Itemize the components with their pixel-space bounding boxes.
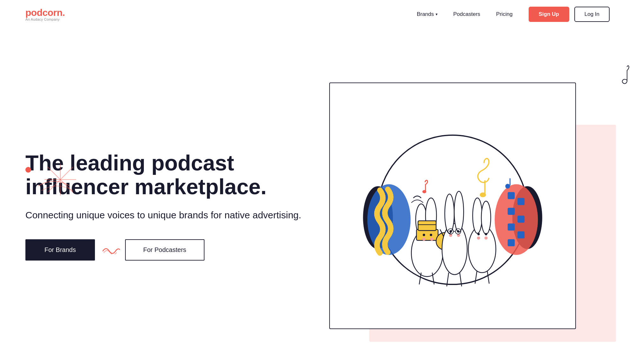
nav-podcasters-link[interactable]: Podcasters <box>453 11 480 17</box>
svg-rect-9 <box>508 192 515 199</box>
nav-brands-link[interactable]: Brands ▾ <box>417 11 438 17</box>
svg-line-56 <box>487 271 489 284</box>
svg-point-33 <box>449 230 451 232</box>
svg-rect-10 <box>518 198 525 205</box>
nav-cta-area: Sign Up Log In <box>529 7 610 22</box>
nav-item-pricing[interactable]: Pricing <box>496 11 513 17</box>
svg-point-23 <box>430 238 433 241</box>
hero-illustration-svg <box>343 96 563 316</box>
hero-left: The leading podcast influencer marketpla… <box>25 151 329 261</box>
svg-point-46 <box>480 192 486 197</box>
squiggle-decoration-icon <box>101 245 119 255</box>
main-nav: podcorn. An Audacy Company Brands ▾ Podc… <box>0 0 635 29</box>
hero-illustration-area <box>343 96 563 316</box>
nav-item-brands[interactable]: Brands ▾ <box>417 11 438 17</box>
svg-point-49 <box>505 184 510 189</box>
svg-rect-19 <box>417 229 438 241</box>
svg-point-42 <box>485 236 488 240</box>
svg-point-8 <box>495 184 538 255</box>
nav-brands-label: Brands <box>417 11 434 17</box>
svg-point-25 <box>430 234 432 236</box>
svg-point-38 <box>468 225 496 273</box>
svg-line-55 <box>475 271 477 284</box>
signup-button[interactable]: Sign Up <box>529 7 569 22</box>
hero-subtext: Connecting unique voices to unique brand… <box>25 208 310 222</box>
svg-rect-12 <box>518 215 525 222</box>
svg-rect-20 <box>418 221 436 231</box>
svg-point-39 <box>473 198 482 233</box>
illustration-box <box>329 83 576 329</box>
svg-rect-11 <box>508 208 515 215</box>
svg-point-44 <box>485 233 487 235</box>
logo[interactable]: podcorn. An Audacy Company <box>25 7 65 21</box>
hero-buttons: For Brands For Podcasters <box>25 239 310 261</box>
svg-point-43 <box>477 233 479 235</box>
svg-point-30 <box>454 191 464 232</box>
svg-rect-15 <box>508 239 515 246</box>
for-brands-button[interactable]: For Brands <box>25 239 95 261</box>
svg-point-40 <box>481 201 491 234</box>
svg-point-41 <box>477 236 480 240</box>
svg-point-24 <box>423 234 425 236</box>
svg-rect-14 <box>518 231 525 238</box>
logo-subtext: An Audacy Company <box>25 17 65 21</box>
brands-chevron-icon: ▾ <box>436 12 438 17</box>
decorative-note-icon <box>616 63 635 90</box>
decorative-lines-icon <box>29 161 92 203</box>
hero-section: The leading podcast influencer marketpla… <box>0 29 635 364</box>
nav-pricing-label: Pricing <box>496 11 513 17</box>
svg-point-22 <box>422 238 425 241</box>
nav-item-podcasters[interactable]: Podcasters <box>453 11 480 17</box>
logo-text: podcorn. <box>25 7 65 18</box>
illustration-wrapper <box>329 83 610 329</box>
svg-rect-13 <box>508 223 515 230</box>
nav-podcasters-label: Podcasters <box>453 11 480 17</box>
hero-right <box>329 83 610 329</box>
svg-point-34 <box>457 230 459 232</box>
for-podcasters-button[interactable]: For Podcasters <box>125 239 204 261</box>
nav-pricing-link[interactable]: Pricing <box>496 11 513 17</box>
svg-point-48 <box>422 190 426 193</box>
nav-links: Brands ▾ Podcasters Pricing <box>417 11 513 17</box>
svg-point-29 <box>445 194 454 233</box>
login-button[interactable]: Log In <box>574 7 610 22</box>
